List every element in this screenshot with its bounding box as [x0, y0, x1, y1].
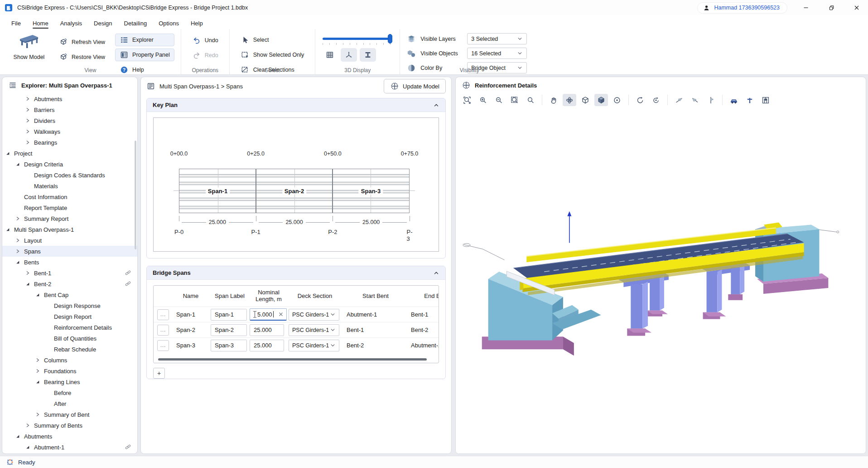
- tree-item-project[interactable]: Project: [2, 148, 137, 159]
- undo-button[interactable]: Undo: [188, 34, 223, 47]
- zoom-in-button[interactable]: [476, 94, 490, 106]
- tree-item-bent-2[interactable]: Bent-2: [2, 278, 137, 289]
- tree-item-materials[interactable]: Materials: [2, 180, 137, 191]
- restore-view-button[interactable]: Restore View: [54, 51, 110, 63]
- caret-collapsed-icon[interactable]: [15, 238, 24, 243]
- view-plane-b-button[interactable]: [688, 94, 702, 106]
- tree-item-design-codes-standards[interactable]: Design Codes & Standards: [2, 170, 137, 180]
- caret-collapsed-icon[interactable]: [25, 118, 34, 123]
- tree-item-after[interactable]: After: [2, 398, 137, 409]
- deck-section-dropdown[interactable]: PSC Girders-1: [289, 340, 339, 351]
- caret-collapsed-icon[interactable]: [25, 140, 34, 145]
- explorer-toggle-button[interactable]: Explorer: [115, 34, 174, 46]
- tree-item-walkways[interactable]: Walkways: [2, 126, 137, 137]
- caret-collapsed-icon[interactable]: [35, 357, 44, 363]
- tree-item-dividers[interactable]: Dividers: [2, 115, 137, 126]
- nominal-length-input-editing[interactable]: 5.000: [250, 308, 287, 321]
- tree-item-bearings[interactable]: Bearings: [2, 137, 137, 148]
- caret-expanded-icon[interactable]: [25, 444, 34, 450]
- perspective-button[interactable]: [610, 94, 624, 106]
- tree-item-abutments[interactable]: Abutments: [2, 93, 137, 104]
- minimize-button[interactable]: [799, 2, 813, 14]
- caret-collapsed-icon[interactable]: [35, 412, 44, 417]
- zoom-window-button[interactable]: [508, 94, 521, 106]
- menu-design[interactable]: Design: [89, 18, 117, 29]
- orbit-button[interactable]: [563, 94, 576, 106]
- redo-button[interactable]: Redo: [188, 49, 223, 62]
- tree-item-summary-of-bents[interactable]: Summary of Bents: [2, 420, 137, 431]
- view-plane-c-button[interactable]: [704, 94, 718, 106]
- caret-expanded-icon[interactable]: [25, 281, 34, 287]
- zoom-extents-button[interactable]: [460, 94, 474, 106]
- tree-item-bent-wall[interactable]: Bent Wall: [2, 453, 137, 453]
- nominal-length-input[interactable]: 25.000: [250, 324, 284, 336]
- deck-section-dropdown[interactable]: PSC Girders-1: [289, 324, 339, 336]
- caret-expanded-icon[interactable]: [15, 161, 24, 167]
- display-slider-thumb[interactable]: [388, 34, 392, 44]
- caret-expanded-icon[interactable]: [5, 227, 14, 232]
- table-horizontal-scrollbar[interactable]: [158, 358, 427, 361]
- tree-item-bents[interactable]: Bents: [2, 257, 137, 268]
- tree-scrollbar[interactable]: [135, 141, 136, 249]
- pan-button[interactable]: [547, 94, 560, 106]
- vehicle-view-button[interactable]: [727, 94, 741, 106]
- section-view-button[interactable]: [759, 94, 772, 106]
- refresh-view-button[interactable]: Refresh View: [54, 36, 110, 49]
- span-label-input[interactable]: Span-2: [211, 324, 247, 336]
- tree-item-abutment-1[interactable]: Abutment-1: [2, 442, 137, 453]
- tree-item-reinforcement-details[interactable]: Reinforcement Details: [2, 322, 137, 333]
- menu-options[interactable]: Options: [154, 18, 184, 29]
- tree-item-multi-span-overpass-1[interactable]: Multi Span Overpass-1: [2, 224, 137, 235]
- caret-collapsed-icon[interactable]: [25, 107, 34, 112]
- rotate-button[interactable]: [633, 94, 647, 106]
- caret-expanded-icon[interactable]: [5, 151, 14, 156]
- row-options-button[interactable]: ...: [157, 340, 169, 351]
- tree-item-barriers[interactable]: Barriers: [2, 104, 137, 115]
- select-button[interactable]: Select: [236, 34, 309, 46]
- show-selected-only-button[interactable]: Show Selected Only: [236, 49, 309, 61]
- tree-item-summary-report[interactable]: Summary Report: [2, 213, 137, 224]
- key-plan-header[interactable]: Key Plan: [147, 98, 445, 112]
- row-options-button[interactable]: ...: [157, 325, 169, 336]
- caret-expanded-icon[interactable]: [35, 379, 44, 385]
- tree-item-before[interactable]: Before: [2, 387, 137, 398]
- extrude-display-button[interactable]: [341, 48, 357, 62]
- tree-item-spans[interactable]: Spans: [2, 246, 137, 257]
- menu-file[interactable]: File: [6, 18, 26, 29]
- caret-collapsed-icon[interactable]: [25, 270, 34, 276]
- tree-item-design-response[interactable]: Design Response: [2, 300, 137, 311]
- visible-objects-dropdown[interactable]: 16 Selected: [467, 48, 527, 59]
- property-panel-toggle-button[interactable]: Property Panel: [115, 49, 174, 61]
- overhead-view-button[interactable]: [743, 94, 757, 106]
- caret-expanded-icon[interactable]: [35, 292, 44, 297]
- span-label-input[interactable]: Span-3: [211, 340, 247, 351]
- rotate-axis-button[interactable]: [649, 94, 663, 106]
- tree-item-summary-of-bent[interactable]: Summary of Bent: [2, 409, 137, 420]
- menu-analysis[interactable]: Analysis: [55, 18, 87, 29]
- clear-input-icon[interactable]: [278, 312, 284, 317]
- tree-item-design-report[interactable]: Design Report: [2, 311, 137, 322]
- add-span-button[interactable]: +: [153, 368, 165, 379]
- menu-detailing[interactable]: Detailing: [119, 18, 152, 29]
- bridge-spans-header[interactable]: Bridge Spans: [147, 266, 445, 280]
- tree-item-foundations[interactable]: Foundations: [2, 366, 137, 376]
- caret-collapsed-icon[interactable]: [25, 96, 34, 102]
- tree-item-design-criteria[interactable]: Design Criteria: [2, 159, 137, 170]
- shaded-view-button[interactable]: [594, 94, 608, 106]
- tree-item-cost-information[interactable]: Cost Information: [2, 191, 137, 202]
- menu-home[interactable]: Home: [28, 18, 53, 29]
- caret-expanded-icon[interactable]: [15, 259, 24, 265]
- girder-display-button[interactable]: [360, 48, 376, 62]
- tree-item-rebar-schedule[interactable]: Rebar Schedule: [2, 344, 137, 355]
- update-model-button[interactable]: Update Model: [384, 79, 446, 93]
- tree-item-bent-1[interactable]: Bent-1: [2, 268, 137, 278]
- show-model-button[interactable]: Show Model: [9, 32, 49, 60]
- caret-collapsed-icon[interactable]: [25, 129, 34, 134]
- span-label-input[interactable]: Span-1: [211, 309, 247, 321]
- caret-collapsed-icon[interactable]: [25, 423, 34, 428]
- view-cube-button[interactable]: [579, 94, 592, 106]
- caret-collapsed-icon[interactable]: [15, 216, 24, 221]
- grid-display-button[interactable]: [322, 48, 338, 62]
- deck-section-dropdown[interactable]: PSC Girders-1: [289, 309, 339, 321]
- tree-item-report-template[interactable]: Report Template: [2, 202, 137, 213]
